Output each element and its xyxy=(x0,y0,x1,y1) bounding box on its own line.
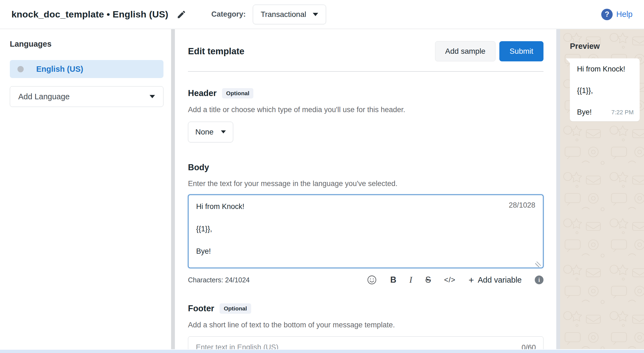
edit-template-title: Edit template xyxy=(188,46,244,56)
textarea-resize-handle[interactable] xyxy=(535,262,541,267)
add-variable-label: Add variable xyxy=(478,276,522,285)
bubble-last-row: Bye! 7:22 PM xyxy=(577,108,634,116)
plus-icon: + xyxy=(469,275,474,285)
footer-section-title: Footer xyxy=(188,304,214,313)
header-section-title-row: Header Optional xyxy=(188,88,543,98)
footer-counter: 0/60 xyxy=(521,343,536,349)
edit-template-header: Edit template Add sample Submit xyxy=(188,41,543,61)
footer-section-description: Add a short line of text to the bottom o… xyxy=(188,321,543,329)
submit-button[interactable]: Submit xyxy=(499,41,543,61)
body-counter: 28/1028 xyxy=(509,201,535,210)
footer-section-title-row: Footer Optional xyxy=(188,303,543,314)
page-bottom-strip xyxy=(0,349,644,353)
category-label: Category: xyxy=(211,10,246,19)
help-link[interactable]: ? Help xyxy=(601,9,633,20)
body-toolbar: Characters: 24/1024 B I S xyxy=(188,275,543,285)
bubble-line: Hi from Knock! xyxy=(577,65,634,73)
language-status-dot-icon xyxy=(17,66,24,72)
add-language-label: Add Language xyxy=(18,92,70,101)
app-frame: knock_doc_template • English (US) Catego… xyxy=(0,0,644,349)
italic-icon[interactable]: I xyxy=(409,275,412,285)
emoji-icon[interactable] xyxy=(367,275,377,285)
sidebar-item-english-us[interactable]: English (US) xyxy=(10,60,163,78)
edit-template-panel: Edit template Add sample Submit Header O… xyxy=(175,29,556,349)
optional-badge: Optional xyxy=(222,88,253,98)
bold-icon[interactable]: B xyxy=(390,275,396,285)
category-value: Transactional xyxy=(261,10,306,19)
help-icon: ? xyxy=(601,9,613,20)
chevron-down-icon xyxy=(221,130,226,133)
info-icon[interactable]: i xyxy=(535,276,543,284)
code-icon[interactable]: </> xyxy=(444,276,455,284)
template-editor-window: knock_doc_template • English (US) Catego… xyxy=(0,0,644,353)
bubble-line: Bye! xyxy=(577,108,592,116)
section-divider xyxy=(188,71,543,72)
preview-content: Preview Hi from Knock! {{1}}, Bye! 7:22 … xyxy=(560,29,644,121)
template-title: knock_doc_template • English (US) xyxy=(11,9,168,20)
category-select[interactable]: Transactional xyxy=(253,5,326,24)
bubble-line: {{1}}, xyxy=(577,86,634,95)
strikethrough-icon[interactable]: S xyxy=(425,275,431,285)
body-section-title: Body xyxy=(188,163,209,172)
edit-title-pencil-icon[interactable] xyxy=(177,10,186,19)
footer-text-input[interactable] xyxy=(188,336,543,349)
add-sample-button[interactable]: Add sample xyxy=(435,41,496,61)
preview-heading: Preview xyxy=(570,42,640,51)
add-language-select[interactable]: Add Language xyxy=(10,86,163,107)
content-columns: Languages English (US) Add Language Edit… xyxy=(0,29,644,349)
sidebar-divider xyxy=(171,29,175,349)
optional-badge: Optional xyxy=(220,303,251,314)
header-section-title: Header xyxy=(188,88,217,98)
languages-heading: Languages xyxy=(10,40,163,49)
header-section-description: Add a title or choose which type of medi… xyxy=(188,106,543,114)
chevron-down-icon xyxy=(313,13,318,16)
body-section-description: Enter the text for your message in the l… xyxy=(188,180,543,188)
top-bar: knock_doc_template • English (US) Catego… xyxy=(0,0,644,29)
header-buttons: Add sample Submit xyxy=(435,41,543,61)
characters-count: Characters: 24/1024 xyxy=(188,276,250,284)
add-variable-button[interactable]: + Add variable xyxy=(469,275,522,285)
message-timestamp: 7:22 PM xyxy=(611,109,634,116)
formatting-tools: B I S </> + Add variable i xyxy=(367,275,543,285)
whatsapp-preview-panel: Preview Hi from Knock! {{1}}, Bye! 7:22 … xyxy=(560,29,644,349)
preview-scrollbar[interactable] xyxy=(556,29,560,349)
bubble-tail xyxy=(566,58,570,63)
language-label: English (US) xyxy=(36,65,83,74)
body-text-input[interactable]: Hi from Knock! {{1}}, Bye! xyxy=(188,195,543,268)
chevron-down-icon xyxy=(150,95,155,98)
body-section-title-row: Body xyxy=(188,163,543,172)
message-bubble: Hi from Knock! {{1}}, Bye! 7:22 PM xyxy=(570,58,640,121)
body-textarea-wrap: Hi from Knock! {{1}}, Bye! 28/1028 xyxy=(188,195,543,269)
footer-input-wrap: 0/60 xyxy=(188,336,543,349)
header-media-type-value: None xyxy=(195,128,214,136)
help-label: Help xyxy=(616,10,633,19)
languages-sidebar: Languages English (US) Add Language xyxy=(0,29,171,349)
header-media-type-select[interactable]: None xyxy=(188,122,233,142)
